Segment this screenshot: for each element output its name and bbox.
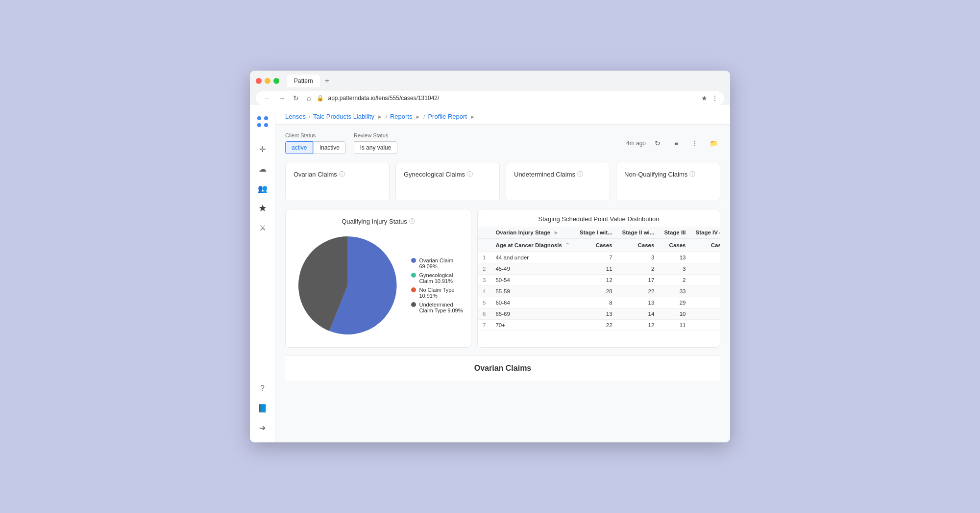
info-icon-gynecological: ⓘ — [467, 170, 473, 179]
back-button[interactable]: ← — [262, 93, 272, 103]
sidebar-item-crosshair[interactable]: ✛ — [254, 140, 271, 158]
stat-card-non-qualifying: Non-Qualifying Claims ⓘ — [616, 162, 720, 201]
bottom-title: Ovarian Claims — [474, 364, 532, 372]
stats-row: Ovarian Claims ⓘ Gynecological Claims ⓘ … — [285, 162, 720, 201]
row-s4: 24 — [691, 275, 721, 286]
legend-item-no-claim: No Claim Type10.91% — [411, 287, 463, 299]
url-text[interactable]: app.patterndata.io/lens/555/cases/131042… — [328, 95, 697, 102]
sidebar-item-book[interactable]: 📘 — [254, 399, 271, 417]
filter-inactive-button[interactable]: inactive — [313, 141, 346, 154]
breadcrumb-reports[interactable]: Reports — [390, 113, 413, 120]
app-container: ✛ ☁ 👥 ⚔ ? 📘 ➔ Lenses / Talc Products Lia… — [250, 109, 730, 442]
forward-button[interactable]: → — [276, 93, 287, 103]
col-stage4-header[interactable]: Stage IV o... — [691, 227, 721, 239]
sidebar-bottom: ? 📘 ➔ — [254, 380, 271, 436]
row-age: 70+ — [490, 320, 575, 331]
row-s3: 11 — [659, 320, 690, 331]
stat-card-ovarian: Ovarian Claims ⓘ — [285, 162, 390, 201]
main-content: Lenses / Talc Products Liability ► / Rep… — [275, 109, 730, 442]
col-stage1-header[interactable]: Stage I wit... — [575, 227, 617, 239]
row-s3: 29 — [659, 297, 690, 308]
row-s1: 7 — [575, 252, 617, 263]
col-injury-stage-header[interactable]: Ovarian Injury Stage ► — [490, 227, 575, 239]
row-s2: 14 — [617, 308, 660, 320]
new-tab-button[interactable]: + — [322, 75, 332, 87]
info-icon-undetermined: ⓘ — [577, 170, 583, 179]
row-num: 6 — [478, 308, 490, 320]
row-num: 4 — [478, 286, 490, 297]
breadcrumb-talc[interactable]: Talc Products Liability — [313, 113, 374, 120]
row-s3: 13 — [659, 252, 690, 263]
sidebar-item-cloud[interactable]: ☁ — [254, 160, 271, 178]
more-options-button[interactable]: ⋮ — [688, 136, 702, 150]
sidebar-item-logout[interactable]: ➔ — [254, 419, 271, 436]
home-button[interactable]: ⌂ — [305, 93, 313, 103]
col-num-header — [478, 227, 490, 239]
row-s4: 16 — [691, 320, 721, 331]
sidebar-item-people[interactable]: 👥 — [254, 180, 271, 197]
sidebar-item-help[interactable]: ? — [254, 380, 271, 397]
folder-button[interactable]: 📁 — [707, 136, 720, 150]
stat-card-ovarian-title: Ovarian Claims ⓘ — [294, 170, 381, 179]
col-stage2-header[interactable]: Stage II wi... — [617, 227, 660, 239]
row-age: 60-64 — [490, 297, 575, 308]
staging-table: Ovarian Injury Stage ► Stage I wit... St… — [478, 227, 720, 331]
browser-chrome: Pattern + ← → ↻ ⌂ 🔒 app.patterndata.io/l… — [250, 71, 730, 105]
cases-label-s4: Cases — [691, 239, 721, 252]
row-s4: 21 — [691, 308, 721, 320]
timestamp-text: 4m ago — [626, 140, 646, 147]
row-age: 45-49 — [490, 263, 575, 275]
bookmark-icon[interactable]: ★ — [701, 94, 708, 102]
refresh-button[interactable]: ↻ — [651, 136, 664, 150]
tab-bar: Pattern + — [287, 75, 332, 87]
legend-dot-no-claim — [411, 287, 416, 292]
filter-button[interactable]: ≡ — [669, 136, 683, 150]
col-stage3-header[interactable]: Stage III — [659, 227, 690, 239]
breadcrumb-sep-1: / — [309, 114, 310, 120]
filter-any-value-button[interactable]: is any value — [354, 141, 397, 154]
row-s1: 28 — [575, 286, 617, 297]
row-s3: 10 — [659, 308, 690, 320]
minimize-button[interactable] — [265, 78, 270, 84]
row-s4: 66 — [691, 286, 721, 297]
legend-item-ovarian: Ovarian Claim69.09% — [411, 257, 463, 269]
maximize-button[interactable] — [273, 78, 279, 84]
tab-label: Pattern — [294, 77, 313, 84]
row-s3: 2 — [659, 275, 690, 286]
sort-icon-age: ⌃ — [565, 242, 570, 248]
filter-right: 4m ago ↻ ≡ ⋮ 📁 — [626, 136, 720, 150]
legend-dot-ovarian — [411, 258, 416, 263]
row-num: 1 — [478, 252, 490, 263]
browser-tab[interactable]: Pattern — [287, 75, 320, 87]
client-status-buttons: active inactive — [285, 141, 346, 154]
breadcrumb-sep-3: / — [423, 114, 425, 120]
stat-card-gynecological-title: Gynecological Claims ⓘ — [404, 170, 491, 179]
table-header-row: Ovarian Injury Stage ► Stage I wit... St… — [478, 227, 720, 239]
chart-legend: Ovarian Claim69.09% GynecologicalClaim 1… — [411, 257, 463, 313]
legend-item-undetermined: UndeterminedClaim Type 9.09% — [411, 302, 463, 313]
svg-point-3 — [264, 123, 268, 127]
close-button[interactable] — [256, 78, 262, 84]
sidebar-item-flask[interactable]: ⚔ — [254, 219, 271, 236]
filter-bar: Client Status active inactive Review Sta… — [285, 132, 720, 154]
row-s2: 13 — [617, 297, 660, 308]
table-row: 1 44 and under 7 3 13 2 — [478, 252, 720, 263]
breadcrumb-chevron-1: ► — [377, 114, 383, 120]
sidebar-item-superman[interactable] — [254, 199, 271, 217]
breadcrumb-profile-report[interactable]: Profile Report — [428, 113, 466, 120]
stat-card-undetermined: Undetermined Claims ⓘ — [506, 162, 610, 201]
info-icon-pie: ⓘ — [409, 217, 415, 226]
pie-container: Ovarian Claim69.09% GynecologicalClaim 1… — [294, 231, 463, 339]
col-age-subheader[interactable]: Age at Cancer Diagnosis ⌃ — [490, 239, 575, 252]
breadcrumb-lenses[interactable]: Lenses — [285, 113, 306, 120]
legend-dot-undetermined — [411, 302, 416, 307]
cases-label-s2: Cases — [617, 239, 660, 252]
row-s2: 2 — [617, 263, 660, 275]
filter-active-button[interactable]: active — [285, 141, 313, 154]
sidebar-logo — [256, 115, 270, 130]
more-icon[interactable]: ⋮ — [711, 94, 718, 102]
staging-table-card: Staging Scheduled Point Value Distributi… — [477, 209, 720, 348]
traffic-lights — [256, 78, 279, 84]
reload-button[interactable]: ↻ — [291, 93, 301, 103]
row-s4: 13 — [691, 263, 721, 275]
